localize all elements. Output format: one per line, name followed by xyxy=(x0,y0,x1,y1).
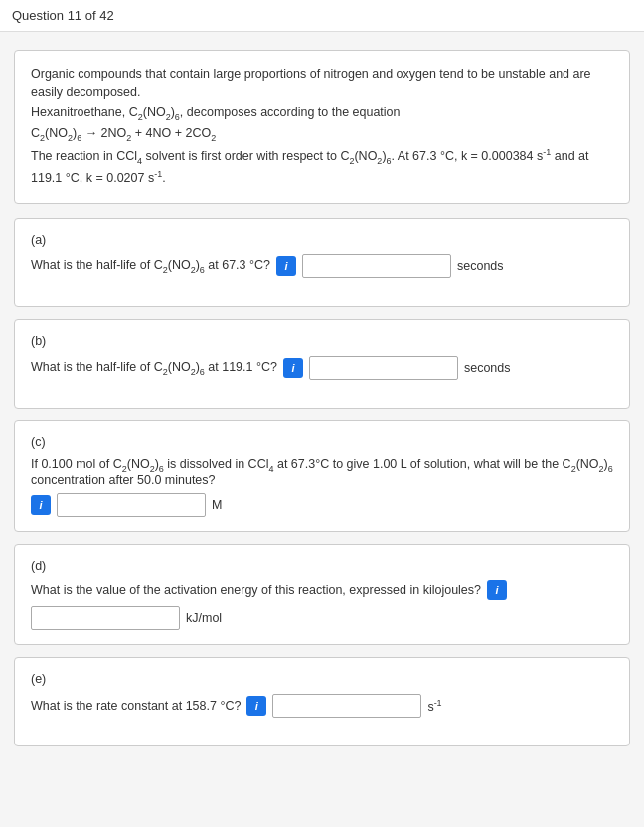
question-a-box: (a) What is the half-life of C2(NO2)6 at… xyxy=(14,218,630,307)
question-b-unit: seconds xyxy=(464,361,511,375)
question-b-box: (b) What is the half-life of C2(NO2)6 at… xyxy=(14,319,630,409)
question-a-label: (a) xyxy=(31,233,613,247)
info-box: Organic compounds that contain large pro… xyxy=(14,50,630,204)
question-b-info-button[interactable]: i xyxy=(283,358,303,378)
question-e-unit: s-1 xyxy=(427,698,441,714)
question-c-text: If 0.100 mol of C2(NO2)6 is dissolved in… xyxy=(31,457,613,488)
question-e-box: (e) What is the rate constant at 158.7 °… xyxy=(14,657,630,746)
question-d-box: (d) What is the value of the activation … xyxy=(14,544,630,645)
question-e-row: What is the rate constant at 158.7 °C? i… xyxy=(31,694,613,718)
main-content: Organic compounds that contain large pro… xyxy=(0,32,644,776)
question-d-text: What is the value of the activation ener… xyxy=(31,583,481,597)
question-b-label: (b) xyxy=(31,334,613,348)
info-line2: Hexanitroethane, C2(NO2)6, decomposes ac… xyxy=(31,103,613,124)
question-d-input[interactable] xyxy=(31,606,180,630)
question-b-text: What is the half-life of C2(NO2)6 at 119… xyxy=(31,360,277,377)
question-e-info-button[interactable]: i xyxy=(246,696,266,716)
question-c-unit: M xyxy=(212,498,222,512)
question-c-label: (c) xyxy=(31,435,613,449)
header: Question 11 of 42 xyxy=(0,0,644,32)
question-c-row: If 0.100 mol of C2(NO2)6 is dissolved in… xyxy=(31,457,613,518)
question-d-label: (d) xyxy=(31,559,613,573)
question-c-box: (c) If 0.100 mol of C2(NO2)6 is dissolve… xyxy=(14,420,630,533)
question-b-input[interactable] xyxy=(309,356,458,380)
question-d-unit: kJ/mol xyxy=(186,611,222,625)
question-a-input[interactable] xyxy=(302,254,451,278)
question-e-text: What is the rate constant at 158.7 °C? xyxy=(31,699,241,713)
info-line4: The reaction in CCl4 solvent is first or… xyxy=(31,146,613,189)
question-e-input[interactable] xyxy=(272,694,421,718)
question-a-row: What is the half-life of C2(NO2)6 at 67.… xyxy=(31,254,613,278)
question-d-row: What is the value of the activation ener… xyxy=(31,580,613,630)
question-a-text: What is the half-life of C2(NO2)6 at 67.… xyxy=(31,258,270,275)
info-line3: C2(NO2)6 → 2NO2 + 4NO + 2CO2 xyxy=(31,124,613,145)
question-a-info-button[interactable]: i xyxy=(276,256,296,276)
question-c-input[interactable] xyxy=(57,493,206,517)
question-e-label: (e) xyxy=(31,672,613,686)
question-b-row: What is the half-life of C2(NO2)6 at 119… xyxy=(31,356,613,380)
info-line1: Organic compounds that contain large pro… xyxy=(31,65,613,103)
question-counter: Question 11 of 42 xyxy=(12,8,114,23)
question-d-info-button[interactable]: i xyxy=(487,580,507,600)
question-a-unit: seconds xyxy=(457,259,504,273)
question-c-info-button[interactable]: i xyxy=(31,495,51,515)
